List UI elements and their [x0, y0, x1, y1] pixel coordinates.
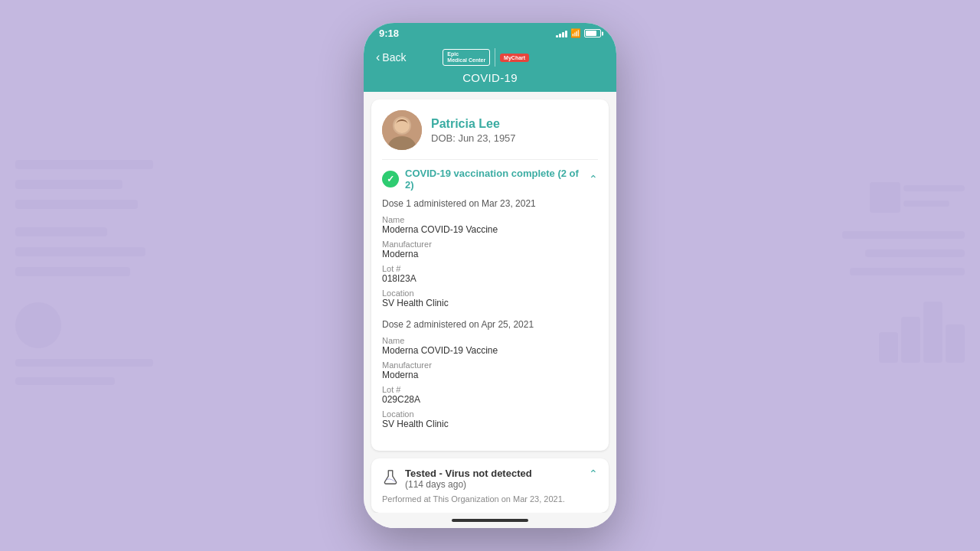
home-bar	[452, 519, 528, 522]
dose1-name-value: Moderna COVID-19 Vaccine	[382, 224, 598, 235]
wifi-icon: 📶	[570, 28, 581, 38]
content-area: Patricia Lee DOB: Jun 23, 1957 COVID-19 …	[364, 92, 616, 513]
dose2-location-field: Location SV Health Clinic	[382, 409, 598, 429]
dose1-name-label: Name	[382, 215, 598, 224]
signal-icon	[556, 30, 567, 37]
home-indicator	[364, 513, 616, 528]
dose2-name-label: Name	[382, 336, 598, 345]
dose2-location-label: Location	[382, 409, 598, 419]
app-header: ‹ Back Epic Medical Center MyChart COVID…	[364, 42, 616, 92]
dose2-section: Dose 2 administered on Apr 25, 2021 Name…	[382, 319, 598, 429]
patient-name: Patricia Lee	[431, 117, 516, 131]
status-bar: 9:18 📶	[364, 23, 616, 42]
dose1-manufacturer-value: Moderna	[382, 249, 598, 259]
test-result-name: Tested - Virus not detected	[405, 468, 532, 479]
chevron-up-icon[interactable]: ⌃	[589, 173, 598, 185]
mychart-logo: MyChart	[500, 54, 529, 62]
dose1-name-field: Name Moderna COVID-19 Vaccine	[382, 215, 598, 235]
patient-card: Patricia Lee DOB: Jun 23, 1957 COVID-19 …	[371, 99, 609, 451]
dose2-lot-field: Lot # 029C28A	[382, 385, 598, 405]
logo-area: Epic Medical Center MyChart	[443, 48, 529, 67]
page-title: COVID-19	[462, 71, 518, 84]
dose1-lot-value: 018I23A	[382, 273, 598, 284]
vaccination-status-text: COVID-19 vaccination complete (2 of 2)	[405, 168, 589, 191]
dose1-lot-field: Lot # 018I23A	[382, 264, 598, 284]
dose2-manufacturer-label: Manufacturer	[382, 360, 598, 370]
dose2-manufacturer-field: Manufacturer Moderna	[382, 360, 598, 380]
chevron-left-icon: ‹	[376, 51, 380, 64]
avatar	[382, 110, 422, 150]
epic-logo: Epic Medical Center	[443, 49, 490, 67]
dose1-manufacturer-label: Manufacturer	[382, 240, 598, 249]
flask-icon	[382, 469, 399, 486]
dose1-location-label: Location	[382, 289, 598, 298]
test-chevron-up-icon[interactable]: ⌃	[589, 468, 598, 480]
patient-info: Patricia Lee DOB: Jun 23, 1957	[431, 117, 516, 144]
test-result-section: Tested - Virus not detected (114 days ag…	[371, 458, 609, 513]
test-info: Tested - Virus not detected (114 days ag…	[405, 468, 532, 490]
dose1-header: Dose 1 administered on Mar 23, 2021	[382, 198, 598, 209]
dose1-location-field: Location SV Health Clinic	[382, 289, 598, 308]
patient-dob: DOB: Jun 23, 1957	[431, 132, 516, 144]
dose1-location-value: SV Health Clinic	[382, 298, 598, 308]
phone-frame: 9:18 📶 ‹ Back Epic Medical Center	[364, 23, 616, 528]
dose2-manufacturer-value: Moderna	[382, 370, 598, 380]
dose1-section: Dose 1 administered on Mar 23, 2021 Name…	[382, 198, 598, 308]
test-performed-text: Performed at This Organization on Mar 23…	[382, 494, 598, 504]
dose2-name-field: Name Moderna COVID-19 Vaccine	[382, 336, 598, 356]
status-time: 9:18	[379, 28, 399, 39]
back-button[interactable]: ‹ Back	[376, 51, 406, 64]
dose2-lot-label: Lot #	[382, 385, 598, 394]
vaccination-status-section: COVID-19 vaccination complete (2 of 2) ⌃…	[382, 159, 598, 429]
dose1-manufacturer-field: Manufacturer Moderna	[382, 240, 598, 259]
back-label: Back	[382, 51, 406, 64]
dose2-location-value: SV Health Clinic	[382, 419, 598, 429]
check-circle-icon	[382, 171, 399, 187]
dose1-lot-label: Lot #	[382, 264, 598, 273]
dose2-header: Dose 2 administered on Apr 25, 2021	[382, 319, 598, 330]
dose2-lot-value: 029C28A	[382, 394, 598, 405]
test-result-days: (114 days ago)	[405, 479, 532, 490]
battery-icon	[584, 29, 601, 37]
dose2-name-value: Moderna COVID-19 Vaccine	[382, 345, 598, 356]
